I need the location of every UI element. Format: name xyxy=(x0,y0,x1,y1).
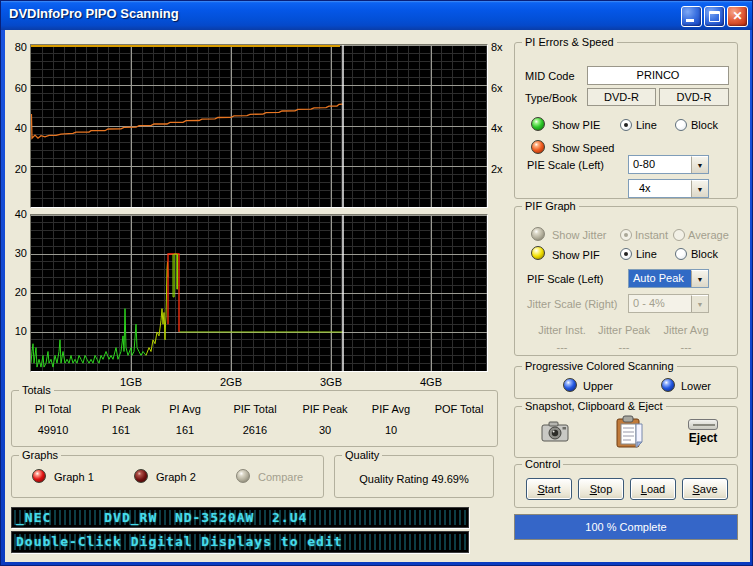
pie-speed-graph xyxy=(31,45,487,207)
jitter-avg-value: --- xyxy=(656,341,716,353)
jitter-inst-label: Jitter Inst. xyxy=(532,324,592,336)
eject-drive-icon xyxy=(688,419,718,430)
pif-total-value: 2616 xyxy=(220,424,290,436)
bot-ytick-30: 30 xyxy=(5,247,27,259)
show-pie-led[interactable] xyxy=(531,117,545,131)
pi-avg-col: PI Avg161 xyxy=(154,403,216,436)
eject-label: Eject xyxy=(681,431,725,445)
graph1-led[interactable] xyxy=(32,469,46,483)
window-title: DVDInfoPro PIPO Scanning xyxy=(9,6,179,21)
stop-button[interactable]: Stop xyxy=(578,478,624,500)
speed-tick-4x: 4x xyxy=(491,122,513,134)
xlabel-2gb: 2GB xyxy=(211,376,251,388)
close-icon: ✕ xyxy=(728,9,747,24)
show-pif-led[interactable] xyxy=(531,246,545,260)
graphs-groupbox: Graphs Graph 1 Graph 2 Compare xyxy=(11,455,324,498)
lower-label: Lower xyxy=(681,380,711,392)
save-button[interactable]: Save xyxy=(682,478,728,500)
speed-tick-2x: 2x xyxy=(491,163,513,175)
graph2-led[interactable] xyxy=(134,469,148,483)
chevron-down-icon[interactable]: ▼ xyxy=(691,156,708,173)
pie-line-label: Line xyxy=(636,119,657,131)
maximize-icon xyxy=(709,11,720,22)
pif-scale-value: Auto Peak xyxy=(629,270,691,287)
lcd-message-display[interactable]: Double-Click Digital Displays to edit xyxy=(11,531,469,553)
jitter-instant-label: Instant xyxy=(635,229,668,241)
mid-code-label: MID Code xyxy=(525,70,575,82)
totals-groupbox: Totals PI Total49910 PI Peak161 PI Avg16… xyxy=(11,390,498,447)
minimize-button[interactable] xyxy=(681,6,702,27)
graphs-box-title: Graphs xyxy=(19,449,61,461)
jitter-average-label: Average xyxy=(688,229,729,241)
quality-title: Quality xyxy=(342,449,382,461)
type-field: DVD-R xyxy=(587,88,656,106)
top-ytick-40: 40 xyxy=(5,122,27,134)
jitter-instant-radio xyxy=(620,229,632,241)
pi-errors-speed-title: PI Errors & Speed xyxy=(522,36,617,48)
xlabel-1gb: 1GB xyxy=(111,376,151,388)
pi-avg-value: 161 xyxy=(154,424,216,436)
pof-total-col: POF Total xyxy=(424,403,494,424)
title-bar[interactable]: DVDInfoPro PIPO Scanning ✕ xyxy=(1,1,753,30)
progressive-groupbox: Progressive Colored Scanning Upper Lower xyxy=(514,366,738,399)
snapshot-title: Snapshot, Clipboard & Eject xyxy=(522,400,666,412)
show-pif-label: Show PIF xyxy=(552,249,600,261)
quality-rating: Quality Rating 49.69% xyxy=(335,473,493,485)
pif-line-label: Line xyxy=(636,248,657,260)
jitter-peak-value: --- xyxy=(594,341,654,353)
clipboard-icon[interactable] xyxy=(615,415,645,449)
pif-graph-title: PIF Graph xyxy=(522,200,579,212)
show-pie-label: Show PIE xyxy=(552,119,600,131)
lcd-drive-display[interactable]: _NEC DVD_RW ND-3520AW 2.U4 xyxy=(11,507,469,528)
pie-speed-plot xyxy=(30,44,488,208)
dvdinfopro-window: DVDInfoPro PIPO Scanning ✕ 80 60 40 20 8… xyxy=(0,0,753,566)
lower-led[interactable] xyxy=(661,378,675,392)
show-jitter-led xyxy=(531,227,545,241)
chevron-down-icon[interactable]: ▼ xyxy=(691,270,708,287)
progressive-title: Progressive Colored Scanning xyxy=(522,360,677,372)
upper-label: Upper xyxy=(583,380,613,392)
close-button[interactable]: ✕ xyxy=(727,6,748,27)
camera-icon[interactable] xyxy=(541,420,569,442)
pif-block-radio[interactable] xyxy=(675,248,687,260)
bot-ytick-20: 20 xyxy=(5,286,27,298)
lcd-message-text: Double-Click Digital Displays to edit xyxy=(16,533,343,551)
minimize-icon xyxy=(686,19,694,22)
pif-scale-label: PIF Scale (Left) xyxy=(527,273,603,285)
speed-scale-combobox[interactable]: 4x ▼ xyxy=(628,179,709,198)
maximize-button[interactable] xyxy=(704,6,725,27)
pif-scale-combobox[interactable]: Auto Peak ▼ xyxy=(628,269,709,288)
pi-total-value: 49910 xyxy=(20,424,86,436)
book-field: DVD-R xyxy=(659,88,729,106)
jitter-avg-label: Jitter Avg xyxy=(656,324,716,336)
progress-bar: 100 % Complete xyxy=(514,514,738,540)
jitter-peak-label: Jitter Peak xyxy=(594,324,654,336)
top-ytick-80: 80 xyxy=(5,41,27,53)
speed-tick-8x: 8x xyxy=(491,41,513,53)
bot-ytick-40: 40 xyxy=(5,208,27,220)
top-ytick-60: 60 xyxy=(5,82,27,94)
load-button[interactable]: Load xyxy=(630,478,676,500)
start-button[interactable]: Start xyxy=(526,478,572,500)
show-speed-led[interactable] xyxy=(531,140,545,154)
pie-block-radio[interactable] xyxy=(675,119,687,131)
pi-peak-col: PI Peak161 xyxy=(88,403,154,436)
jitter-average-radio xyxy=(673,229,685,241)
xlabel-3gb: 3GB xyxy=(311,376,351,388)
pie-line-radio[interactable] xyxy=(620,119,632,131)
jitter-inst-value: --- xyxy=(532,341,592,353)
pie-scale-label: PIE Scale (Left) xyxy=(527,159,604,171)
chevron-down-icon[interactable]: ▼ xyxy=(691,180,708,197)
pif-avg-col: PIF Avg10 xyxy=(360,403,422,436)
eject-button[interactable]: Eject xyxy=(681,419,725,445)
mid-code-field: PRINCO xyxy=(587,66,729,85)
show-jitter-label: Show Jitter xyxy=(552,229,606,241)
pif-line-radio[interactable] xyxy=(620,248,632,260)
upper-led[interactable] xyxy=(563,378,577,392)
jitter-scale-value: 0 - 4% xyxy=(629,295,691,312)
pif-graph xyxy=(31,215,487,371)
pie-scale-combobox[interactable]: 0-80 ▼ xyxy=(628,155,709,174)
control-groupbox: Control Start Stop Load Save xyxy=(514,464,738,508)
jitter-scale-combobox: 0 - 4% ▼ xyxy=(628,294,709,313)
pif-plot xyxy=(30,214,488,372)
